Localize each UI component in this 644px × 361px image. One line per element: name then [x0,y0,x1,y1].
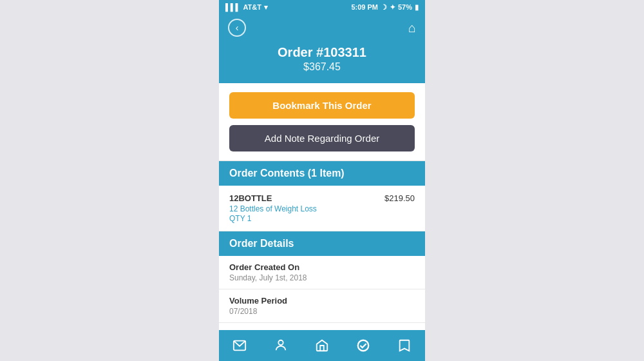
detail-row-shipped-to: Shipped To Samantha Randall [219,323,425,330]
scroll-content[interactable]: Order Contents (1 Item) 12BOTTLE 12 Bott… [219,161,425,330]
tab-check[interactable] [343,338,384,353]
phone-frame: ▌▌▌ AT&T ▾ 5:09 PM ☽ ✦ 57% ▮ ‹ ⌂ Order #… [219,0,425,361]
back-button[interactable]: ‹ [228,19,246,37]
order-contents-header: Order Contents (1 Item) [219,161,425,186]
order-title: Order #103311 [229,45,415,60]
bookmark-tab-icon [397,338,412,353]
checkmark-icon [356,338,370,353]
carrier-label: AT&T [243,3,261,11]
svg-point-2 [358,340,369,351]
item-description: 12 Bottles of Weight Loss [229,204,317,213]
detail-row-created: Order Created On Sunday, July 1st, 2018 [219,256,425,289]
header-section: Order #103311 $367.45 [219,41,425,83]
item-qty: QTY 1 [229,214,317,223]
tab-home[interactable] [301,338,343,353]
tab-bookmark[interactable] [384,338,425,353]
detail-value-volume: 07/2018 [229,307,415,316]
status-left: ▌▌▌ AT&T ▾ [225,3,268,12]
bookmark-button[interactable]: Bookmark This Order [229,92,415,119]
detail-row-volume: Volume Period 07/2018 [219,289,425,323]
order-item: 12BOTTLE 12 Bottles of Weight Loss QTY 1… [219,186,425,231]
status-bar: ▌▌▌ AT&T ▾ 5:09 PM ☽ ✦ 57% ▮ [219,0,425,14]
action-card: Bookmark This Order Add Note Regarding O… [219,83,425,161]
home-nav-button[interactable]: ⌂ [408,21,416,35]
detail-value-created: Sunday, July 1st, 2018 [229,273,415,282]
tab-bar [219,330,425,361]
item-code: 12BOTTLE [229,193,317,203]
signal-bars: ▌▌▌ [225,3,240,11]
home-icon [315,338,329,353]
detail-label-created: Order Created On [229,262,415,272]
bluetooth-icon: ✦ [390,3,395,12]
battery-label: 57% [398,3,412,11]
order-details-header: Order Details [219,231,425,256]
email-icon [232,338,247,353]
svg-point-1 [278,340,283,345]
item-info: 12BOTTLE 12 Bottles of Weight Loss QTY 1 [229,193,317,223]
detail-label-volume: Volume Period [229,296,415,306]
item-price: $219.50 [384,193,415,203]
tab-email[interactable] [219,338,260,353]
tab-person[interactable] [260,338,301,353]
wifi-icon: ▾ [264,3,268,12]
status-right: 5:09 PM ☽ ✦ 57% ▮ [351,3,419,12]
order-amount: $367.45 [229,61,415,73]
add-note-button[interactable]: Add Note Regarding Order [229,125,415,151]
home-nav-icon: ⌂ [408,21,416,35]
battery-icon: ▮ [415,3,419,12]
back-icon: ‹ [236,23,239,33]
moon-icon: ☽ [381,3,387,12]
nav-bar: ‹ ⌂ [219,14,425,41]
person-icon [274,338,288,353]
time-label: 5:09 PM [351,3,378,11]
